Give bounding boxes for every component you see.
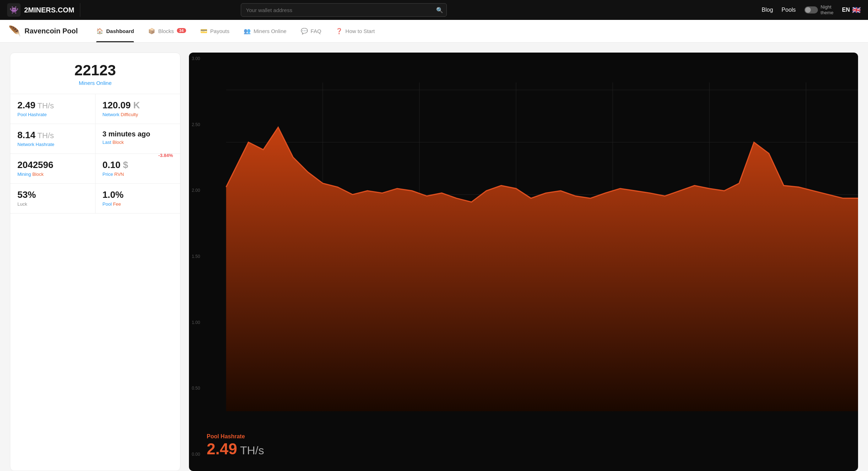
luck-label: Luck xyxy=(17,201,88,207)
network-hashrate-label: Network Hashrate xyxy=(17,142,88,147)
stats-panel: 22123 Miners Online 2.49 TH/s Pool Hashr… xyxy=(10,53,180,471)
topnav-right: Blog Pools Nighttheme EN 🇬🇧 xyxy=(762,4,861,15)
tab-miners-online[interactable]: 👥 Miners Online xyxy=(237,20,294,42)
faq-icon: 💬 xyxy=(301,28,308,34)
pool-hashrate-value: 2.49 TH/s xyxy=(17,101,88,110)
night-theme-label: Nighttheme xyxy=(821,4,834,15)
search-button[interactable]: 🔍 xyxy=(436,7,443,13)
miners-label: Miners Online xyxy=(19,80,172,86)
sub-navigation: 🪶 Ravencoin Pool 🏠 Dashboard 📦 Blocks 34… xyxy=(0,20,868,43)
miners-text: Miners xyxy=(79,80,95,86)
fee-label: Pool Fee xyxy=(103,201,173,207)
howto-icon: ❓ xyxy=(336,28,343,34)
logo-icon: 👾 xyxy=(7,3,21,17)
network-difficulty-label: Network Difficulty xyxy=(103,112,173,117)
fee-value: 1.0% xyxy=(103,190,173,199)
language-selector[interactable]: EN 🇬🇧 xyxy=(842,6,861,14)
svg-marker-13 xyxy=(226,127,858,411)
flag-icon: 🇬🇧 xyxy=(852,6,861,14)
pool-hashrate-label: Pool Hashrate xyxy=(17,112,88,117)
price-change: -3.84% xyxy=(158,153,173,158)
miners-icon: 👥 xyxy=(244,28,251,34)
miners-online-section: 22123 Miners Online xyxy=(10,53,180,94)
network-difficulty-value: 120.09 K xyxy=(103,101,173,110)
blog-link[interactable]: Blog xyxy=(762,7,773,13)
payouts-icon: 💳 xyxy=(200,28,207,34)
mining-block-value: 2042596 xyxy=(17,160,88,169)
network-difficulty-cell: 120.09 K Network Difficulty xyxy=(96,94,180,124)
luck-value: 53% xyxy=(17,190,88,199)
blocks-badge: 34 xyxy=(177,28,186,33)
last-block-cell: 3 minutes ago Last Block xyxy=(96,124,180,153)
top-navigation: 👾 2MINERS.COM 🔍 Blog Pools Nighttheme EN… xyxy=(0,0,868,20)
mining-block-price-row: 2042596 Mining Block 0.10 $ -3.84% Price… xyxy=(10,154,180,184)
tab-miners-label: Miners Online xyxy=(254,28,287,34)
blocks-icon: 📦 xyxy=(148,28,155,34)
site-logo[interactable]: 👾 2MINERS.COM xyxy=(7,3,80,17)
tab-dashboard[interactable]: 🏠 Dashboard xyxy=(89,20,141,42)
fee-cell: 1.0% Pool Fee xyxy=(96,184,180,213)
dashboard-icon: 🏠 xyxy=(96,28,103,34)
wallet-search-input[interactable] xyxy=(241,3,447,17)
tab-blocks-label: Blocks xyxy=(158,28,174,34)
site-name: 2MINERS.COM xyxy=(24,6,74,14)
chart-overlay: Pool Hashrate 2.49 TH/s xyxy=(207,433,264,457)
chart-hashrate-value: 2.49 TH/s xyxy=(207,441,264,457)
chart-hashrate-label: Pool Hashrate xyxy=(207,433,264,440)
tab-payouts-label: Payouts xyxy=(210,28,229,34)
tab-faq-label: FAQ xyxy=(311,28,321,34)
hashrate-difficulty-row: 2.49 TH/s Pool Hashrate 120.09 K Network… xyxy=(10,94,180,124)
last-block-value: 3 minutes ago xyxy=(103,130,173,137)
luck-fee-row: 53% Luck 1.0% Pool Fee xyxy=(10,184,180,213)
online-text: Online xyxy=(96,80,112,86)
chart-panel: 3.00 2.50 2.00 1.50 1.00 0.50 0.00 xyxy=(189,53,858,471)
price-value: 0.10 $ -3.84% xyxy=(103,160,173,169)
toggle-switch[interactable] xyxy=(804,6,818,13)
tab-payouts[interactable]: 💳 Payouts xyxy=(193,20,237,42)
pool-brand: 🪶 Ravencoin Pool xyxy=(9,25,78,37)
tab-blocks[interactable]: 📦 Blocks 34 xyxy=(141,20,193,42)
tab-howto-label: How to Start xyxy=(346,28,375,34)
network-hashrate-block-row: 8.14 TH/s Network Hashrate 3 minutes ago… xyxy=(10,124,180,154)
network-hashrate-value: 8.14 TH/s xyxy=(17,130,88,140)
tab-how-to-start[interactable]: ❓ How to Start xyxy=(329,20,382,42)
price-cell: 0.10 $ -3.84% Price RVN xyxy=(96,154,180,183)
tab-faq[interactable]: 💬 FAQ xyxy=(294,20,329,42)
network-hashrate-cell: 8.14 TH/s Network Hashrate xyxy=(10,124,96,153)
miners-count: 22123 xyxy=(19,63,172,78)
last-block-label: Last Block xyxy=(103,140,173,145)
chart-svg xyxy=(189,53,858,471)
night-theme-toggle[interactable]: Nighttheme xyxy=(804,4,834,15)
lang-code: EN xyxy=(842,7,850,13)
pool-hashrate-cell: 2.49 TH/s Pool Hashrate xyxy=(10,94,96,124)
raven-icon: 🪶 xyxy=(9,25,21,37)
search-wrap: 🔍 xyxy=(241,3,447,17)
mining-block-label: Mining Block xyxy=(17,172,88,177)
luck-cell: 53% Luck xyxy=(10,184,96,213)
price-label: Price RVN xyxy=(103,172,173,177)
tab-dashboard-label: Dashboard xyxy=(106,28,134,34)
toggle-knob xyxy=(805,7,811,13)
subnav-tabs: 🏠 Dashboard 📦 Blocks 34 💳 Payouts 👥 Mine… xyxy=(89,20,382,42)
pool-name: Ravencoin Pool xyxy=(25,27,78,35)
main-content: 22123 Miners Online 2.49 TH/s Pool Hashr… xyxy=(0,43,868,471)
mining-block-cell: 2042596 Mining Block xyxy=(10,154,96,183)
pools-link[interactable]: Pools xyxy=(782,7,796,13)
